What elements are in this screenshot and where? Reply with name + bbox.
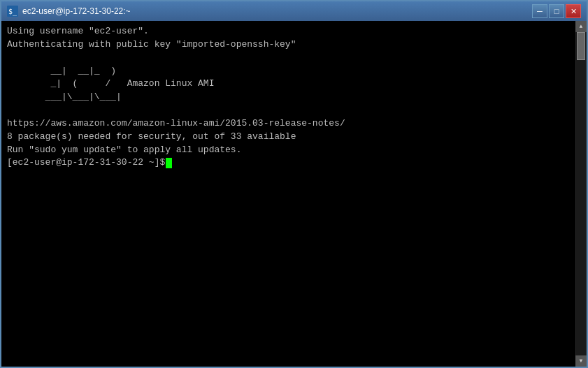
scrollbar-thumb[interactable] bbox=[577, 32, 585, 60]
titlebar-left: $_ ec2-user@ip-172-31-30-22:~ bbox=[7, 6, 131, 17]
titlebar: $_ ec2-user@ip-172-31-30-22:~ ─ □ ✕ bbox=[1, 1, 587, 21]
window-title: ec2-user@ip-172-31-30-22:~ bbox=[22, 6, 131, 16]
titlebar-buttons: ─ □ ✕ bbox=[532, 4, 581, 18]
terminal-output: Using username "ec2-user". Authenticatin… bbox=[7, 25, 581, 156]
terminal-window: $_ ec2-user@ip-172-31-30-22:~ ─ □ ✕ ▲ ▼ … bbox=[0, 0, 588, 368]
scrollbar[interactable]: ▲ ▼ bbox=[575, 21, 587, 367]
scrollbar-track[interactable] bbox=[576, 32, 586, 355]
scroll-down-arrow[interactable]: ▼ bbox=[575, 355, 587, 367]
maximize-button[interactable]: □ bbox=[549, 4, 564, 18]
prompt-line: [ec2-user@ip-172-31-30-22 ~]$ bbox=[7, 156, 581, 169]
cursor bbox=[166, 158, 172, 168]
scroll-up-arrow[interactable]: ▲ bbox=[575, 21, 587, 32]
close-button[interactable]: ✕ bbox=[566, 4, 581, 18]
prompt-text: [ec2-user@ip-172-31-30-22 ~]$ bbox=[7, 156, 165, 169]
svg-text:$_: $_ bbox=[8, 8, 17, 16]
minimize-button[interactable]: ─ bbox=[532, 4, 547, 18]
terminal-body[interactable]: ▲ ▼ Using username "ec2-user". Authentic… bbox=[1, 21, 587, 367]
terminal-icon: $_ bbox=[7, 6, 18, 17]
